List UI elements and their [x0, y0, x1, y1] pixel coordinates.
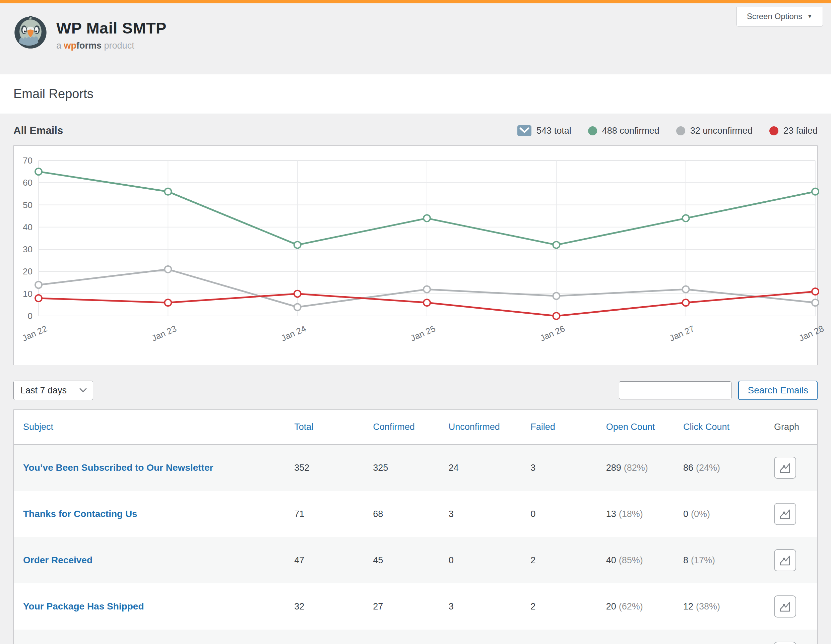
svg-text:60: 60: [23, 178, 32, 188]
row-graph-button[interactable]: [774, 642, 796, 644]
app-title: WP Mail SMTP: [56, 19, 167, 37]
email-reports-table-card: SubjectTotalConfirmedUnconfirmedFailedOp…: [13, 409, 818, 644]
row-graph-button[interactable]: [774, 595, 796, 617]
failed-value: 2: [530, 555, 535, 565]
open-count-value: 40: [606, 555, 616, 565]
click-count-value: 86: [683, 463, 693, 473]
table-header-row: SubjectTotalConfirmedUnconfirmedFailedOp…: [14, 410, 817, 445]
unconfirmed-value: 3: [449, 509, 454, 519]
svg-text:Jan 23: Jan 23: [150, 323, 178, 343]
svg-text:50: 50: [23, 200, 32, 210]
data-point-confirmed[interactable]: [164, 188, 171, 195]
column-header-confirmed[interactable]: Confirmed: [369, 410, 445, 445]
svg-text:40: 40: [23, 222, 32, 232]
failed-value: 3: [530, 463, 535, 473]
click-count-value: 0: [683, 509, 688, 519]
email-subject-link[interactable]: Thanks for Contacting Us: [23, 509, 137, 519]
emails-line-chart[interactable]: 010203040506070Jan 22Jan 23Jan 24Jan 25J…: [15, 148, 818, 363]
legend-item: 32 unconfirmed: [676, 126, 753, 136]
table-row: Thanks for Contacting Us71683013(18%)0(0…: [14, 491, 817, 537]
legend-dot-icon: [769, 126, 778, 135]
column-header-failed[interactable]: Failed: [527, 410, 602, 445]
legend-label: 32 unconfirmed: [690, 126, 753, 136]
svg-text:70: 70: [23, 156, 32, 165]
legend-label: 488 confirmed: [602, 126, 659, 136]
legend-item: 543 total: [517, 125, 572, 136]
data-point-unconfirmed[interactable]: [294, 304, 301, 310]
total-value: 71: [294, 509, 304, 519]
data-point-failed[interactable]: [164, 299, 171, 306]
data-point-confirmed[interactable]: [423, 215, 430, 221]
data-point-confirmed[interactable]: [683, 215, 689, 221]
svg-text:30: 30: [23, 244, 32, 254]
data-point-unconfirmed[interactable]: [164, 266, 171, 273]
column-header-click[interactable]: Click Count: [680, 410, 771, 445]
data-point-failed[interactable]: [294, 291, 301, 297]
column-header-graph: Graph: [771, 410, 817, 445]
chevron-down-icon: ▼: [807, 13, 813, 20]
data-point-confirmed[interactable]: [294, 242, 301, 248]
unconfirmed-value: 3: [449, 601, 454, 612]
click-count-percent: (17%): [691, 555, 715, 565]
row-graph-button[interactable]: [774, 549, 796, 571]
email-subject-link[interactable]: Your Package Has Shipped: [23, 601, 144, 612]
date-range-select[interactable]: Last 7 days: [13, 381, 93, 400]
data-point-failed[interactable]: [35, 295, 42, 302]
open-count-percent: (85%): [619, 555, 643, 565]
click-count-percent: (24%): [696, 463, 720, 473]
click-count-percent: (0%): [691, 509, 710, 519]
data-point-confirmed[interactable]: [35, 168, 42, 175]
confirmed-value: 68: [373, 509, 383, 519]
data-point-failed[interactable]: [423, 299, 430, 306]
row-graph-button[interactable]: [774, 457, 796, 479]
email-subject-link[interactable]: You’ve Been Subscribed to Our Newsletter: [23, 463, 213, 473]
open-count-percent: (62%): [619, 601, 643, 612]
click-count-percent: (38%): [696, 601, 720, 612]
data-point-unconfirmed[interactable]: [35, 281, 42, 288]
data-point-unconfirmed[interactable]: [812, 299, 818, 306]
data-point-failed[interactable]: [683, 299, 689, 306]
total-value: 352: [294, 463, 309, 473]
column-header-subject[interactable]: Subject: [14, 410, 291, 445]
app-header: WP Mail SMTP a wpforms product Screen Op…: [0, 3, 831, 75]
data-point-confirmed[interactable]: [812, 188, 818, 195]
failed-value: 2: [530, 601, 535, 612]
failed-value: 0: [530, 509, 535, 519]
email-subject-link[interactable]: Order Received: [23, 555, 92, 565]
legend-item: 23 failed: [769, 126, 818, 136]
data-point-unconfirmed[interactable]: [553, 293, 560, 299]
column-header-total[interactable]: Total: [291, 410, 369, 445]
svg-text:Jan 27: Jan 27: [668, 323, 696, 343]
svg-text:Jan 28: Jan 28: [798, 323, 826, 343]
data-point-failed[interactable]: [553, 313, 560, 319]
mini-line-chart-icon: [779, 462, 791, 474]
total-value: 32: [294, 601, 304, 612]
data-point-confirmed[interactable]: [553, 242, 560, 248]
confirmed-value: 45: [373, 555, 383, 565]
mini-line-chart-icon: [779, 600, 791, 612]
data-point-failed[interactable]: [812, 288, 818, 295]
confirmed-value: 27: [373, 601, 383, 612]
svg-text:Jan 24: Jan 24: [279, 323, 307, 343]
search-emails-button[interactable]: Search Emails: [738, 381, 818, 400]
click-count-value: 12: [683, 601, 693, 612]
column-header-open[interactable]: Open Count: [603, 410, 680, 445]
screen-options-button[interactable]: Screen Options ▼: [737, 7, 823, 27]
top-accent-bar: [0, 0, 831, 3]
legend-dot-icon: [676, 126, 685, 135]
section-title: All Emails: [13, 125, 63, 137]
column-header-unconfirmed[interactable]: Unconfirmed: [445, 410, 527, 445]
mini-line-chart-icon: [779, 508, 791, 520]
svg-text:Jan 26: Jan 26: [538, 323, 567, 343]
search-input[interactable]: [619, 381, 731, 399]
data-point-unconfirmed[interactable]: [423, 286, 430, 293]
data-point-unconfirmed[interactable]: [683, 286, 689, 293]
legend-label: 543 total: [536, 126, 572, 136]
table-row: Your Account Details28262024(86%)8(29%): [14, 630, 817, 644]
open-count-percent: (82%): [624, 463, 648, 473]
svg-text:Jan 22: Jan 22: [21, 323, 49, 343]
email-reports-table: SubjectTotalConfirmedUnconfirmedFailedOp…: [14, 410, 817, 644]
mini-line-chart-icon: [779, 554, 791, 566]
app-tagline: a wpforms product: [56, 41, 167, 51]
row-graph-button[interactable]: [774, 503, 796, 525]
